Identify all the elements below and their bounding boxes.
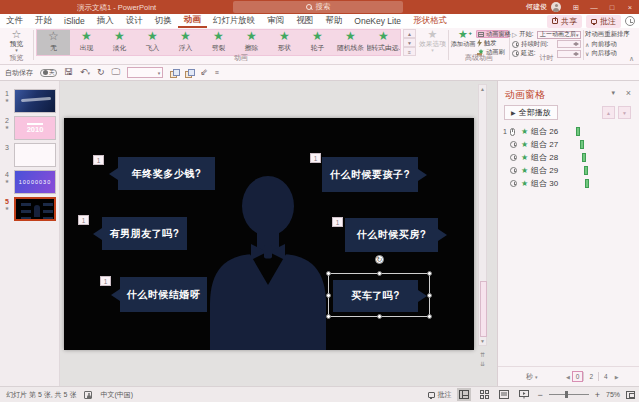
search-box[interactable]: 搜索 xyxy=(233,1,403,13)
slide-counter[interactable]: 幻灯片 第 5 张, 共 5 张 xyxy=(6,390,76,400)
animation-item[interactable]: 1 ★ 组合 26 xyxy=(500,125,637,138)
animation-tag[interactable]: 1 xyxy=(93,155,104,165)
share-button[interactable]: 共享 xyxy=(547,15,582,28)
collapse-ribbon-icon[interactable]: ∧ xyxy=(629,55,634,63)
animation-tag[interactable]: 1 xyxy=(78,215,89,225)
anim-fly-in[interactable]: ★飞入 xyxy=(136,30,169,55)
thumbnail-slide-2[interactable]: 2★ 2010 xyxy=(0,116,59,140)
anim-wipe[interactable]: ★擦除 xyxy=(235,30,268,55)
animation-pane-button[interactable]: 动画窗格 xyxy=(476,30,509,38)
add-animation-button[interactable]: ★+ 添加动画 xyxy=(450,29,476,56)
tab-home[interactable]: 开始 xyxy=(29,14,58,28)
redo-icon[interactable]: ↻ xyxy=(97,68,105,77)
normal-view-button[interactable] xyxy=(457,388,471,401)
anim-float-in[interactable]: ★浮入 xyxy=(169,30,202,55)
arrange-icon[interactable] xyxy=(185,69,193,77)
tab-islide[interactable]: iSlide xyxy=(58,14,91,28)
comments-status-button[interactable]: 批注 xyxy=(428,390,451,400)
zoom-level[interactable]: 75% xyxy=(606,391,620,398)
speech-bubble[interactable]: 什么时候结婚呀 xyxy=(120,277,207,312)
pane-close-icon[interactable]: × xyxy=(626,88,631,98)
gallery-down-icon[interactable]: ▼ xyxy=(403,38,416,47)
thumbnail-slide-1[interactable]: 1★ xyxy=(0,89,59,113)
timeline-tick[interactable]: 0 xyxy=(572,371,584,382)
animation-item[interactable]: ★ 组合 29 xyxy=(500,164,637,177)
slide-5-thumbnail[interactable] xyxy=(14,197,56,221)
zoom-slider-knob[interactable] xyxy=(565,391,568,398)
timeline-bar[interactable] xyxy=(584,166,588,175)
move-earlier-button[interactable]: ∧向前移动 xyxy=(585,40,639,49)
anim-split[interactable]: ★劈裂 xyxy=(202,30,235,55)
language-indicator[interactable]: 中文(中国) xyxy=(100,390,133,400)
next-slide-button[interactable]: ⇊ xyxy=(480,360,485,367)
zoom-out-button[interactable]: − xyxy=(537,390,542,400)
animation-tag[interactable]: 1 xyxy=(310,153,321,163)
timeline-right-icon[interactable]: ▶ xyxy=(613,374,621,380)
tab-slideshow[interactable]: 幻灯片放映 xyxy=(207,14,262,28)
autosave-toggle[interactable]: 关 xyxy=(40,69,57,77)
fit-to-window-icon[interactable] xyxy=(626,391,635,399)
comments-button[interactable]: 批注 xyxy=(586,15,621,28)
account-area[interactable]: 何建俊 xyxy=(526,0,561,14)
trigger-button[interactable]: 触发 xyxy=(476,39,509,47)
gallery-up-icon[interactable]: ▲ xyxy=(403,29,416,38)
resize-handle[interactable] xyxy=(326,293,331,298)
animation-item[interactable]: ★ 组合 27 xyxy=(500,138,637,151)
scroll-up-icon[interactable]: ▲ xyxy=(480,85,485,93)
zoom-slider[interactable] xyxy=(549,389,589,400)
tab-transitions[interactable]: 切换 xyxy=(149,14,178,28)
anim-wheel[interactable]: ★轮子 xyxy=(301,30,334,55)
slide-sorter-button[interactable] xyxy=(477,388,491,401)
slide-4-thumbnail[interactable]: 10000030 xyxy=(14,170,56,194)
speech-bubble[interactable]: 年终奖多少钱? xyxy=(118,157,215,190)
ribbon-display-options-icon[interactable]: ⊞ xyxy=(567,0,585,14)
scroll-down-icon[interactable]: ▼ xyxy=(480,337,485,345)
maximize-icon[interactable]: □ xyxy=(603,0,621,14)
resize-handle[interactable] xyxy=(427,271,432,276)
anim-none[interactable]: ☆无 xyxy=(37,30,70,55)
speech-bubble[interactable]: 什么时候要孩子? xyxy=(322,157,418,192)
zoom-in-button[interactable]: + xyxy=(595,390,600,400)
undo-icon[interactable]: ↶▾ xyxy=(80,68,90,78)
play-all-button[interactable]: 全部播放 xyxy=(504,105,558,120)
resize-handle[interactable] xyxy=(427,293,432,298)
scrollbar-thumb[interactable] xyxy=(480,281,487,337)
more-options-icon[interactable]: ≡ xyxy=(215,68,219,77)
animation-item[interactable]: ★ 组合 30 xyxy=(500,177,637,190)
animation-tag[interactable]: 1 xyxy=(332,217,343,227)
save-icon[interactable]: 🖫 xyxy=(64,68,73,77)
layers-icon[interactable] xyxy=(170,69,178,77)
resize-handle[interactable] xyxy=(377,314,382,319)
slide-2-thumbnail[interactable]: 2010 xyxy=(14,116,56,140)
time-unit-dropdown[interactable]: 秒▾ xyxy=(526,372,538,382)
resize-handle[interactable] xyxy=(427,314,432,319)
qat-dropdown[interactable]: ▾ xyxy=(127,67,163,78)
start-select[interactable]: 上一动画之后▾ xyxy=(537,31,581,39)
anim-fade[interactable]: ★淡化 xyxy=(103,30,136,55)
resize-handle[interactable] xyxy=(326,314,331,319)
previous-slide-button[interactable]: ⇈ xyxy=(480,351,485,358)
preview-button[interactable]: ☆ 预览 ▾ xyxy=(2,29,31,56)
slide-1-thumbnail[interactable] xyxy=(14,89,56,113)
anim-random-bars[interactable]: ★随机线条 xyxy=(334,30,367,55)
accessibility-icon[interactable] xyxy=(84,391,92,399)
thumbnail-slide-3[interactable]: 3 xyxy=(0,143,59,167)
timeline-bar[interactable] xyxy=(576,127,580,136)
tab-help[interactable]: 帮助 xyxy=(319,14,348,28)
vertical-scrollbar[interactable]: ▲ ▼ xyxy=(478,84,487,346)
tab-view[interactable]: 视图 xyxy=(290,14,319,28)
slide-editing-area[interactable]: 1 1 1 1 1 年终奖多少钱? 有男朋友了吗? 什么时候结婚呀 什么时候要孩… xyxy=(64,118,474,350)
slideshow-from-start-icon[interactable]: 🖵 xyxy=(112,68,121,77)
reading-view-button[interactable] xyxy=(497,388,511,401)
minimize-icon[interactable]: — xyxy=(585,0,603,14)
timeline-bar[interactable] xyxy=(580,140,584,149)
anim-shape[interactable]: ★形状 xyxy=(268,30,301,55)
thumbnail-slide-4[interactable]: 4★ 10000030 xyxy=(0,170,59,194)
tab-review[interactable]: 审阅 xyxy=(261,14,290,28)
pane-menu-icon[interactable]: ▾ xyxy=(611,89,615,97)
rotate-handle[interactable]: ↻ xyxy=(375,255,384,264)
resize-handle[interactable] xyxy=(377,271,382,276)
pane-move-up-button[interactable]: ▲ xyxy=(602,106,615,119)
tab-insert[interactable]: 插入 xyxy=(91,14,120,28)
tab-shape-format[interactable]: 形状格式 xyxy=(407,14,453,28)
